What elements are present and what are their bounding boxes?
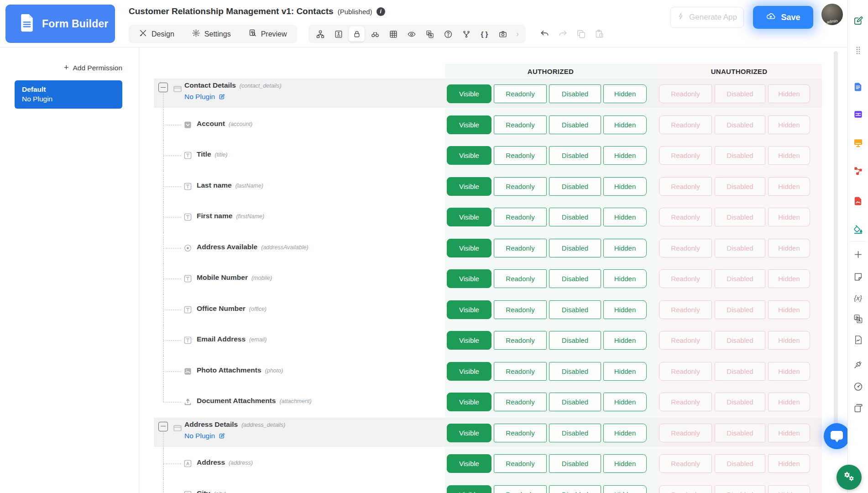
monitor-yellow-icon[interactable] (852, 137, 863, 148)
authorized-disabled-button[interactable]: Disabled (549, 84, 601, 103)
info-icon[interactable]: i (376, 7, 385, 16)
unauthorized-readonly-button[interactable]: Readonly (659, 362, 712, 381)
authorized-hidden-button[interactable]: Hidden (603, 424, 647, 442)
unauthorized-readonly-button[interactable]: Readonly (659, 239, 712, 257)
redo-icon[interactable] (558, 29, 568, 39)
unauthorized-hidden-button[interactable]: Hidden (768, 269, 810, 288)
more-tools-chevron-icon[interactable]: › (513, 26, 522, 42)
authorized-readonly-button[interactable]: Readonly (494, 393, 547, 411)
unauthorized-readonly-button[interactable]: Readonly (659, 300, 712, 319)
unauthorized-hidden-button[interactable]: Hidden (768, 84, 810, 103)
authorized-hidden-button[interactable]: Hidden (603, 485, 647, 493)
authorized-visible-button[interactable]: Visible (447, 424, 492, 442)
authorized-visible-button[interactable]: Visible (447, 84, 492, 103)
authorized-readonly-button[interactable]: Readonly (494, 331, 547, 350)
unauthorized-readonly-button[interactable]: Readonly (659, 331, 712, 350)
authorized-disabled-button[interactable]: Disabled (549, 454, 601, 473)
authorized-visible-button[interactable]: Visible (447, 115, 492, 134)
tab-preview[interactable]: Preview (248, 29, 287, 39)
copy-icon[interactable] (576, 29, 586, 39)
authorized-hidden-button[interactable]: Hidden (603, 146, 647, 165)
tool-help[interactable] (440, 26, 456, 42)
authorized-disabled-button[interactable]: Disabled (549, 393, 601, 411)
unauthorized-hidden-button[interactable]: Hidden (768, 485, 810, 493)
authorized-disabled-button[interactable]: Disabled (549, 269, 601, 288)
authorized-hidden-button[interactable]: Hidden (603, 454, 647, 473)
scroll-icon[interactable] (852, 403, 863, 414)
authorized-readonly-button[interactable]: Readonly (494, 146, 547, 165)
authorized-disabled-button[interactable]: Disabled (549, 146, 601, 165)
plug-icon[interactable] (852, 359, 863, 370)
collapse-toggle-icon[interactable] (158, 83, 168, 92)
unauthorized-disabled-button[interactable]: Disabled (715, 146, 765, 165)
plus-icon[interactable] (852, 249, 863, 260)
authorized-disabled-button[interactable]: Disabled (549, 331, 601, 350)
edit-pen-icon[interactable] (852, 15, 863, 26)
tool-camera[interactable] (495, 26, 511, 42)
translate-icon[interactable] (852, 313, 863, 324)
authorized-hidden-button[interactable]: Hidden (603, 115, 647, 134)
varx-icon[interactable]: {x} (852, 292, 863, 303)
gauge-icon[interactable] (852, 381, 863, 392)
unauthorized-readonly-button[interactable]: Readonly (659, 146, 712, 165)
unauthorized-hidden-button[interactable]: Hidden (768, 177, 810, 196)
plugin-link[interactable]: No Plugin (184, 432, 225, 440)
authorized-readonly-button[interactable]: Readonly (494, 300, 547, 319)
authorized-readonly-button[interactable]: Readonly (494, 84, 547, 103)
tool-form[interactable] (330, 26, 346, 42)
undo-icon[interactable] (539, 29, 550, 39)
authorized-disabled-button[interactable]: Disabled (549, 362, 601, 381)
unauthorized-disabled-button[interactable]: Disabled (715, 208, 765, 226)
authorized-hidden-button[interactable]: Hidden (603, 177, 647, 196)
authorized-visible-button[interactable]: Visible (447, 485, 492, 493)
app-logo[interactable]: Form Builder (5, 5, 115, 43)
paste-icon[interactable] (594, 29, 605, 39)
authorized-disabled-button[interactable]: Disabled (549, 239, 601, 257)
authorized-hidden-button[interactable]: Hidden (603, 331, 647, 350)
authorized-visible-button[interactable]: Visible (447, 393, 492, 411)
tool-sitemap[interactable] (312, 26, 328, 42)
unauthorized-hidden-button[interactable]: Hidden (768, 115, 810, 134)
authorized-disabled-button[interactable]: Disabled (549, 485, 601, 493)
authorized-readonly-button[interactable]: Readonly (494, 115, 547, 134)
authorized-readonly-button[interactable]: Readonly (494, 177, 547, 196)
authorized-hidden-button[interactable]: Hidden (603, 300, 647, 319)
unauthorized-hidden-button[interactable]: Hidden (768, 454, 810, 473)
share-red-icon[interactable] (852, 165, 863, 176)
settings-fab[interactable] (837, 465, 862, 490)
authorized-disabled-button[interactable]: Disabled (549, 115, 601, 134)
grid-purple-icon[interactable] (852, 109, 863, 120)
unauthorized-disabled-button[interactable]: Disabled (715, 269, 765, 288)
authorized-disabled-button[interactable]: Disabled (549, 300, 601, 319)
authorized-visible-button[interactable]: Visible (447, 269, 492, 288)
unauthorized-readonly-button[interactable]: Readonly (659, 485, 712, 493)
unauthorized-hidden-button[interactable]: Hidden (768, 424, 810, 442)
authorized-visible-button[interactable]: Visible (447, 208, 492, 226)
unauthorized-readonly-button[interactable]: Readonly (659, 454, 712, 473)
unauthorized-readonly-button[interactable]: Readonly (659, 115, 712, 134)
unauthorized-disabled-button[interactable]: Disabled (715, 485, 765, 493)
unauthorized-readonly-button[interactable]: Readonly (659, 208, 712, 226)
chart-doc-icon[interactable] (852, 334, 863, 345)
save-button[interactable]: Save (753, 6, 813, 29)
unauthorized-disabled-button[interactable]: Disabled (715, 424, 765, 442)
authorized-hidden-button[interactable]: Hidden (603, 269, 647, 288)
authorized-visible-button[interactable]: Visible (447, 300, 492, 319)
tab-settings[interactable]: Settings (192, 29, 231, 39)
unauthorized-readonly-button[interactable]: Readonly (659, 84, 712, 103)
authorized-readonly-button[interactable]: Readonly (494, 269, 547, 288)
tool-lock[interactable] (349, 26, 365, 42)
unauthorized-hidden-button[interactable]: Hidden (768, 393, 810, 411)
doc-blue-icon[interactable] (852, 81, 863, 92)
collapse-toggle-icon[interactable] (158, 422, 168, 431)
permission-item-default[interactable]: Default No Plugin (15, 80, 122, 109)
authorized-disabled-button[interactable]: Disabled (549, 424, 601, 442)
plugin-link[interactable]: No Plugin (184, 93, 225, 101)
generate-app-button[interactable]: Generate App (670, 7, 744, 28)
unauthorized-readonly-button[interactable]: Readonly (659, 177, 712, 196)
unauthorized-readonly-button[interactable]: Readonly (659, 269, 712, 288)
authorized-readonly-button[interactable]: Readonly (494, 424, 547, 442)
authorized-visible-button[interactable]: Visible (447, 146, 492, 165)
unauthorized-disabled-button[interactable]: Disabled (715, 239, 765, 257)
authorized-hidden-button[interactable]: Hidden (603, 362, 647, 381)
